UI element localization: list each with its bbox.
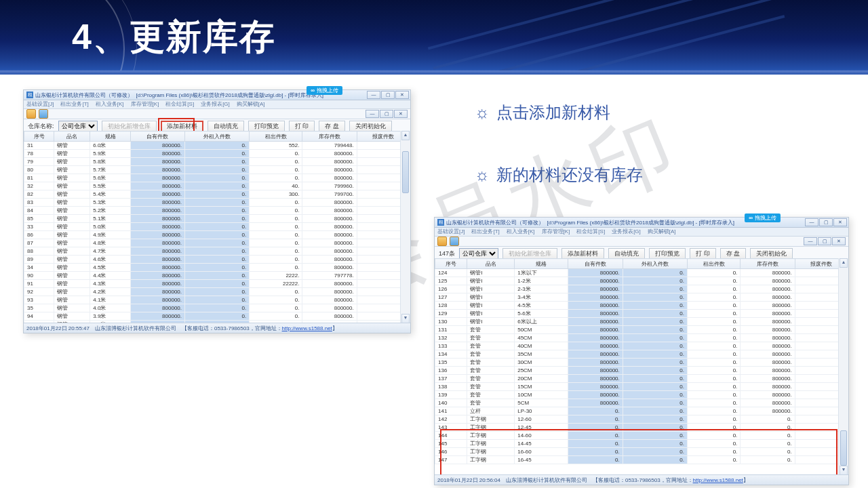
column-header[interactable]: 库存件数 bbox=[302, 131, 357, 142]
vertical-scrollbar[interactable]: ▲▼ bbox=[838, 258, 848, 475]
upload-badge[interactable]: 拖拽上传 bbox=[307, 86, 342, 95]
table-row[interactable]: 141立杆LP-300.0.0.800000.0. bbox=[435, 407, 848, 415]
warehouse-select[interactable]: 公司仓库 bbox=[58, 121, 98, 131]
table-row[interactable]: 31钢管6.0米800000.0.552.799448.0. bbox=[24, 142, 410, 150]
warehouse-select[interactable]: 公司仓库 bbox=[459, 248, 498, 259]
inventory-table-1[interactable]: 序号品名规格自有件数外租入件数租出件数库存件数报废件数31钢管6.0米80000… bbox=[24, 131, 410, 323]
table-row[interactable]: 94钢管3.9米800000.0.0.800000.0. bbox=[24, 312, 410, 321]
menu-item[interactable]: 基础设置[J] bbox=[26, 100, 54, 108]
save-button[interactable]: 存 盘 bbox=[720, 248, 747, 260]
add-material-button[interactable]: 添加新材料 bbox=[561, 248, 604, 260]
table-row[interactable]: 130钢管I6米以上800000.0.0.800000.0. bbox=[435, 318, 848, 326]
menu-item[interactable]: 库存管理[K] bbox=[131, 100, 159, 108]
table-row[interactable]: 135套管30CM800000.0.0.800000.0. bbox=[435, 359, 848, 367]
table-row[interactable]: 84钢管5.2米800000.0.0.800000.0. bbox=[24, 207, 410, 215]
menu-item[interactable]: 基础设置[J] bbox=[437, 228, 465, 236]
table-row[interactable]: 138套管15CM800000.0.0.800000.0. bbox=[435, 383, 848, 391]
table-row[interactable]: 35钢管4.0米800000.0.0.800000.0. bbox=[24, 304, 410, 312]
toolbar-icons[interactable]: —▢✕ bbox=[435, 237, 848, 247]
menu-item[interactable]: 库存管理[K] bbox=[542, 228, 570, 236]
autofill-button[interactable]: 自动填充 bbox=[608, 248, 645, 260]
menu-item[interactable]: 租金结算[S] bbox=[165, 100, 194, 108]
column-header[interactable]: 品名 bbox=[467, 259, 515, 269]
column-header[interactable]: 序号 bbox=[24, 131, 54, 142]
table-row[interactable]: 81钢管5.6米800000.0.0.800000.0. bbox=[24, 174, 410, 182]
print-button[interactable]: 打 印 bbox=[690, 248, 716, 260]
table-row[interactable]: 139套管10CM800000.0.0.800000.0. bbox=[435, 391, 848, 399]
column-header[interactable]: 自有件数 bbox=[568, 259, 623, 269]
table-row[interactable]: 87钢管4.8米800000.0.0.800000.0. bbox=[24, 239, 410, 247]
menu-item[interactable]: 购买解锁[A] bbox=[237, 100, 265, 108]
table-row[interactable]: 143工字钢12-450.0.0.0.0. bbox=[435, 424, 848, 432]
table-row[interactable]: 88钢管4.7米800000.0.0.800000.0. bbox=[24, 247, 410, 256]
table-row[interactable]: 89钢管4.6米800000.0.0.800000.0. bbox=[24, 256, 410, 264]
table-row[interactable]: 125钢管I1-2米800000.0.0.800000.0. bbox=[435, 277, 848, 285]
menu-item[interactable]: 购买解锁[A] bbox=[648, 228, 676, 236]
table-row[interactable]: 79钢管5.8米800000.0.0.800000.0. bbox=[24, 158, 410, 166]
column-header[interactable]: 外租入件数 bbox=[623, 259, 687, 269]
table-row[interactable]: 33钢管5.0米800000.0.0.800000.0. bbox=[24, 223, 410, 231]
table-row[interactable]: 142工字钢12-600.0.0.0.0. bbox=[435, 415, 848, 424]
table-row[interactable]: 82钢管5.4米800000.0.300.799700.0. bbox=[24, 190, 410, 199]
column-header[interactable]: 自有件数 bbox=[130, 131, 184, 142]
table-row[interactable]: 132套管45CM800000.0.0.800000.0. bbox=[435, 334, 848, 342]
table-row[interactable]: 131套管50CM800000.0.0.800000.0. bbox=[435, 326, 848, 334]
table-row[interactable]: 80钢管5.7米800000.0.0.800000.0. bbox=[24, 166, 410, 174]
print-button[interactable]: 打 印 bbox=[289, 121, 315, 132]
table-row[interactable]: 85钢管5.1米800000.0.0.800000.0. bbox=[24, 215, 410, 223]
column-header[interactable]: 品名 bbox=[54, 131, 90, 142]
column-header[interactable]: 租出件数 bbox=[688, 259, 741, 269]
menu-bar[interactable]: 基础设置[J]租出业务[T]租入业务[K]库存管理[K]租金结算[S]业务报表[… bbox=[24, 100, 410, 109]
table-row[interactable]: 32钢管5.5米800000.0.40.799960.0. bbox=[24, 182, 410, 190]
table-row[interactable]: 133套管40CM800000.0.0.800000.0. bbox=[435, 342, 848, 350]
column-header[interactable]: 租出件数 bbox=[250, 131, 302, 142]
table-row[interactable]: 129钢管I5-6米800000.0.0.800000.0. bbox=[435, 310, 848, 318]
print-preview-button[interactable]: 打印预览 bbox=[649, 248, 686, 260]
column-header[interactable]: 规格 bbox=[90, 131, 130, 142]
table-row[interactable]: 126钢管I2-3米800000.0.0.800000.0. bbox=[435, 285, 848, 293]
website-link[interactable]: http://www.s1588.net bbox=[693, 477, 743, 483]
menu-item[interactable]: 租出业务[T] bbox=[60, 100, 88, 108]
table-row[interactable]: 34钢管4.5米800000.0.0.800000.0. bbox=[24, 264, 410, 272]
window-controls[interactable]: —▢✕ bbox=[805, 218, 847, 226]
table-row[interactable]: 83钢管5.3米800000.0.0.800000.0. bbox=[24, 199, 410, 207]
table-row[interactable]: 128钢管I4-5米800000.0.0.800000.0. bbox=[435, 302, 848, 310]
column-header[interactable]: 外租入件数 bbox=[185, 131, 250, 142]
website-link[interactable]: http://www.s1588.net bbox=[282, 325, 332, 331]
table-row[interactable]: 134套管35CM800000.0.0.800000.0. bbox=[435, 350, 848, 359]
table-row[interactable]: 144工字钢14-600.0.0.0.0. bbox=[435, 432, 848, 440]
close-init-button[interactable]: 关闭初始化 bbox=[349, 121, 392, 132]
menu-item[interactable]: 租出业务[T] bbox=[471, 228, 499, 236]
add-material-button[interactable]: 添加新材料 bbox=[161, 121, 203, 132]
menu-item[interactable]: 租金结算[S] bbox=[576, 228, 605, 236]
menu-item[interactable]: 租入业务[K] bbox=[507, 228, 535, 236]
menu-item[interactable]: 业务报表[G] bbox=[612, 228, 641, 236]
window-controls[interactable]: —▢✕ bbox=[367, 91, 409, 99]
save-button[interactable]: 存 盘 bbox=[319, 121, 345, 132]
table-row[interactable]: 86钢管4.9米800000.0.0.800000.0. bbox=[24, 231, 410, 239]
table-row[interactable]: 78钢管5.9米800000.0.0.800000.0. bbox=[24, 150, 410, 158]
menu-item[interactable]: 租入业务[K] bbox=[96, 100, 124, 108]
inventory-table-2[interactable]: 序号品名规格自有件数外租入件数租出件数库存件数报废件数124钢管I1米以下800… bbox=[435, 258, 848, 475]
table-row[interactable]: 92钢管4.2米800000.0.0.800000.0. bbox=[24, 288, 410, 296]
vertical-scrollbar[interactable]: ▲▼ bbox=[400, 131, 410, 323]
table-row[interactable]: 124钢管I1米以下800000.0.0.800000.0. bbox=[435, 269, 848, 277]
table-row[interactable]: 90钢管4.4米800000.0.2222.797778.0. bbox=[24, 272, 410, 280]
table-row[interactable]: 145工字钢14-450.0.0.0.0. bbox=[435, 440, 848, 448]
table-row[interactable]: 146工字钢16-600.0.0.0.0. bbox=[435, 448, 848, 456]
toolbar-icons[interactable]: —▢✕ bbox=[24, 109, 410, 119]
table-row[interactable]: 140套管5CM800000.0.0.800000.0. bbox=[435, 399, 848, 407]
menu-item[interactable]: 业务报表[G] bbox=[201, 100, 230, 108]
table-row[interactable]: 91钢管4.3米800000.0.22222.800000.0. bbox=[24, 280, 410, 288]
table-row[interactable]: 93钢管4.1米800000.0.0.800000.0. bbox=[24, 296, 410, 304]
column-header[interactable]: 规格 bbox=[515, 259, 568, 269]
table-row[interactable]: 127钢管I3-4米800000.0.0.800000.0. bbox=[435, 293, 848, 302]
autofill-button[interactable]: 自动填充 bbox=[208, 121, 244, 132]
table-row[interactable]: 137套管20CM800000.0.0.800000.0. bbox=[435, 375, 848, 383]
table-row[interactable]: 147工字钢16-450.0.0.0.0. bbox=[435, 456, 848, 464]
column-header[interactable]: 序号 bbox=[435, 259, 467, 269]
column-header[interactable]: 库存件数 bbox=[741, 259, 795, 269]
menu-bar[interactable]: 基础设置[J]租出业务[T]租入业务[K]库存管理[K]租金结算[S]业务报表[… bbox=[435, 228, 848, 237]
print-preview-button[interactable]: 打印预览 bbox=[248, 121, 285, 132]
upload-badge[interactable]: 拖拽上传 bbox=[745, 214, 781, 222]
